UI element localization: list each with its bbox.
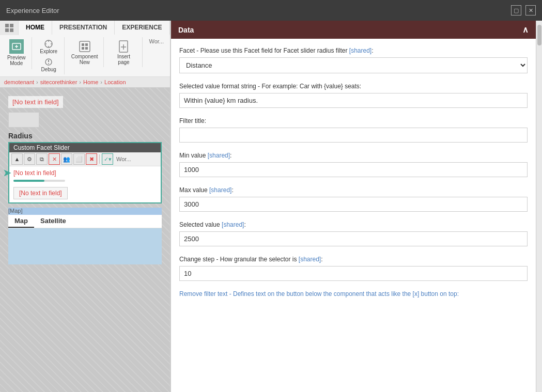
- ribbon-group-preview: facet Preview Mode: [4, 37, 32, 69]
- max-shared-tag: [shared]: [209, 186, 231, 194]
- debug-label: Debug: [41, 67, 56, 72]
- no-text-btn[interactable]: [No text in field]: [13, 187, 68, 199]
- insert-page-label: Insert page: [112, 54, 135, 65]
- tab-home[interactable]: HOME: [19, 21, 52, 35]
- breadcrumb-item-3[interactable]: Home: [83, 79, 98, 85]
- preview-icon: [12, 42, 21, 51]
- component-toolbar: ▲ ⚙ ⧉ ✕ 👥 ⬜ ✖ ✓▾ Wor...: [9, 152, 161, 166]
- explore-button[interactable]: Explore: [37, 38, 60, 55]
- form-field-selected-format: Selected value format string - For examp…: [179, 83, 528, 108]
- step-shared-tag: [shared]: [299, 256, 321, 263]
- map-tab-satellite[interactable]: Satellite: [34, 215, 72, 228]
- scroll-thumb[interactable]: [537, 25, 541, 45]
- svg-rect-2: [5, 28, 9, 32]
- form-field-filter-title: Filter title:: [179, 117, 528, 143]
- map-tab-map[interactable]: Map: [8, 215, 34, 228]
- ribbon-group-insert: Insert page: [108, 37, 143, 67]
- remove-filter-label: Remove filter text - Defines text on the…: [179, 290, 528, 297]
- component-button[interactable]: Component New: [69, 38, 100, 66]
- selected-format-label: Selected value format string - For examp…: [179, 83, 528, 90]
- change-step-input[interactable]: [179, 266, 528, 281]
- comp-btn-info[interactable]: ⬜: [73, 153, 85, 165]
- map-block: [Map] Map Satellite: [8, 208, 162, 264]
- breadcrumb-item-4[interactable]: Location: [104, 79, 126, 85]
- form-field-change-step: Change step - How granular the selector …: [179, 256, 528, 281]
- preview-mode-label: Preview: [7, 55, 26, 60]
- map-view: [8, 228, 162, 264]
- map-tab-bar: Map Satellite: [8, 215, 162, 228]
- debug-icon: [44, 57, 53, 67]
- insert-page-icon: [116, 39, 131, 54]
- selected-format-input[interactable]: [179, 93, 528, 108]
- debug-button[interactable]: Debug: [37, 56, 60, 73]
- component-block: ➤ Custom Facet Slider ▲ ⚙ ⧉ ✕ 👥 ⬜ ✖ ✓▾: [8, 142, 162, 203]
- component-label-text: Component: [71, 54, 98, 59]
- title-bar: Experience Editor ▢ ✕: [0, 0, 542, 21]
- svg-rect-3: [10, 28, 13, 32]
- toolbar-sep: [99, 154, 100, 164]
- wor-label: Wor...: [114, 156, 133, 162]
- map-label: [Map]: [8, 208, 162, 214]
- facet-select[interactable]: Distance Price Rating: [179, 57, 528, 73]
- comp-btn-delete[interactable]: ✕: [49, 153, 60, 165]
- comp-btn-x[interactable]: ✖: [86, 153, 97, 165]
- no-text-field-1: [No text in field]: [8, 96, 63, 108]
- breadcrumb: demotenant › sitecorethinker › Home › Lo…: [0, 77, 170, 88]
- facet-shared-tag: [shared]: [349, 47, 371, 54]
- workflow-text: Wor...: [147, 37, 166, 45]
- component-name: Custom Facet Slider: [13, 144, 70, 151]
- data-chevron-icon[interactable]: ∧: [522, 25, 529, 35]
- min-value-input[interactable]: [179, 162, 528, 177]
- filter-title-label: Filter title:: [179, 117, 528, 124]
- component-inner: [No text in field] [No text in field]: [9, 166, 161, 202]
- tab-experience[interactable]: EXPERIENCE: [115, 21, 169, 35]
- scroll-indicator: [536, 21, 542, 392]
- data-header: Data ∧: [171, 21, 536, 39]
- form-field-remove-filter: Remove filter text - Defines text on the…: [179, 290, 528, 297]
- form-field-facet: Facet - Please use this Facet field for …: [179, 47, 528, 73]
- ribbon: HOME PRESENTATION EXPERIENCE facet: [0, 21, 170, 77]
- no-text-field-inner: [No text in field]: [13, 169, 157, 177]
- minimize-button[interactable]: ▢: [511, 5, 521, 15]
- green-arrow-icon: ➤: [3, 167, 11, 179]
- selected-value-input[interactable]: [179, 231, 528, 246]
- preview-button[interactable]: facet Preview Mode: [5, 38, 28, 67]
- explore-label: Explore: [40, 49, 57, 54]
- comp-btn-settings[interactable]: ⚙: [24, 153, 35, 165]
- facet-label-text: Facet - Please use this Facet field for …: [179, 47, 349, 54]
- svg-rect-14: [82, 43, 84, 46]
- breadcrumb-sep-1: ›: [36, 79, 38, 85]
- comp-btn-copy[interactable]: ⧉: [36, 153, 48, 165]
- max-value-label: Max value [shared]:: [179, 186, 528, 194]
- form-field-max-value: Max value [shared]:: [179, 186, 528, 212]
- filter-title-input[interactable]: [179, 128, 528, 143]
- left-panel: HOME PRESENTATION EXPERIENCE facet: [0, 21, 171, 392]
- facet-label: Facet - Please use this Facet field for …: [179, 47, 528, 54]
- svg-rect-0: [5, 24, 9, 27]
- component-label-bar: Custom Facet Slider: [9, 143, 161, 152]
- slider-track[interactable]: [13, 180, 65, 182]
- svg-rect-1: [10, 24, 13, 27]
- right-panel: Data ∧ Facet - Please use this Facet fie…: [171, 21, 536, 392]
- tab-presentation[interactable]: PRESENTATION: [52, 21, 115, 35]
- breadcrumb-item-1[interactable]: demotenant: [4, 79, 34, 85]
- facet-colon: :: [371, 47, 373, 54]
- insert-page-button[interactable]: Insert page: [110, 38, 137, 66]
- home-icon: [4, 23, 14, 33]
- ribbon-group-component: Component New: [69, 37, 104, 67]
- svg-rect-16: [82, 47, 84, 50]
- canvas-area: [No text in field] Radius ➤ Custom Facet…: [0, 88, 170, 392]
- selected-value-label: Selected value [shared]:: [179, 221, 528, 228]
- min-value-label: Min value [shared]:: [179, 152, 528, 159]
- right-panel-wrapper: Data ∧ Facet - Please use this Facet fie…: [171, 21, 542, 392]
- max-value-input[interactable]: [179, 197, 528, 212]
- comp-btn-check[interactable]: ✓▾: [102, 153, 113, 165]
- comp-btn-move-up[interactable]: ▲: [11, 153, 23, 165]
- min-shared-tag: [shared]: [208, 152, 230, 159]
- close-button[interactable]: ✕: [525, 5, 536, 15]
- breadcrumb-item-2[interactable]: sitecorethinker: [40, 79, 78, 85]
- comp-btn-users[interactable]: 👥: [61, 153, 72, 165]
- app-title: Experience Editor: [6, 7, 59, 14]
- breadcrumb-sep-2: ›: [79, 79, 81, 85]
- svg-point-12: [48, 63, 49, 64]
